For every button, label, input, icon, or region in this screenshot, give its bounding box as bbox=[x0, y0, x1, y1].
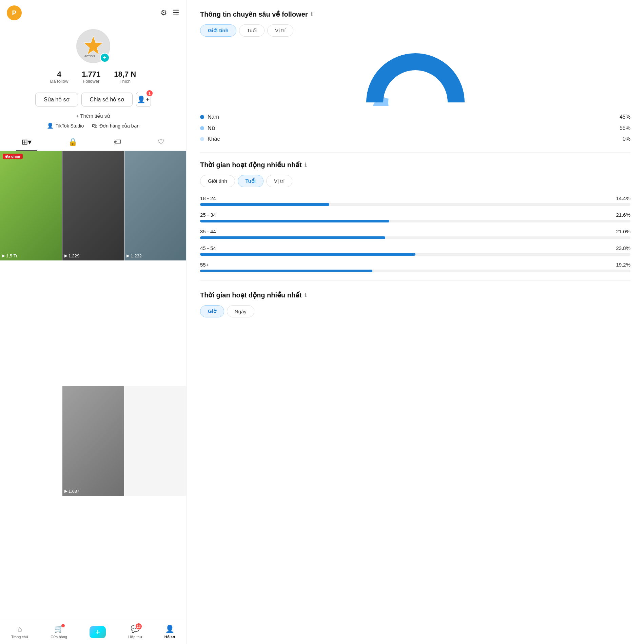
tab-grid[interactable]: ⊞▾ bbox=[16, 134, 37, 151]
gender-row-other: Khác 0% bbox=[200, 136, 630, 142]
stats-row: 4 Đã follow 1.771 Follower 18,7 N Thích bbox=[50, 70, 136, 84]
bar-row-55plus: 55+ 19.2% bbox=[200, 262, 630, 272]
female-dot bbox=[200, 126, 204, 130]
create-icon[interactable]: + bbox=[90, 626, 106, 638]
home-icon: ⌂ bbox=[17, 625, 22, 633]
follower-tabs: Giới tính Tuổi Vị trí bbox=[200, 24, 630, 37]
tiktok-studio-link[interactable]: 👤 TikTok Studio bbox=[47, 122, 84, 129]
tab-private[interactable]: 🔒 bbox=[63, 134, 83, 151]
stat-likes: 18,7 N Thích bbox=[114, 70, 136, 84]
video-thumb[interactable]: ▶ 1.229 bbox=[62, 151, 124, 260]
menu-icon[interactable]: ☰ bbox=[173, 8, 179, 17]
video-thumb[interactable]: ▶ 1.232 bbox=[124, 151, 186, 260]
share-profile-button[interactable]: Chia sẻ hồ sơ bbox=[81, 93, 133, 106]
view-count: ▶ 1,5 Tr bbox=[2, 253, 17, 258]
activity-tabs: Giới tính Tuổi Vị trí bbox=[200, 175, 630, 187]
activity-section-title: Thời gian hoạt động nhiều nhất ℹ bbox=[200, 161, 630, 169]
orders-icon: 🛍 bbox=[92, 123, 97, 129]
time-info-icon[interactable]: ℹ bbox=[305, 292, 307, 298]
gender-row-male: Nam 45% bbox=[200, 114, 630, 120]
tab-age[interactable]: Tuổi bbox=[239, 24, 265, 37]
gender-row-female: Nữ 55% bbox=[200, 125, 630, 131]
avatar: P bbox=[7, 5, 22, 20]
studio-icon: 👤 bbox=[47, 122, 54, 129]
bar-row-35-44: 35 - 44 21.0% bbox=[200, 229, 630, 239]
stat-following-label: Đã follow bbox=[50, 79, 68, 84]
nav-shop[interactable]: 🛒 Cửa hàng bbox=[51, 625, 67, 639]
view-count: ▶ 1.687 bbox=[64, 489, 80, 494]
add-bio-button[interactable]: + Thêm tiểu sử bbox=[76, 113, 111, 119]
stat-likes-num: 18,7 N bbox=[114, 70, 136, 79]
nav-home[interactable]: ⌂ Trang chủ bbox=[11, 625, 28, 639]
time-tabs: Giờ Ngày bbox=[200, 305, 630, 317]
action-buttons: Sửa hồ sơ Chia sẻ hồ sơ 👤+ 1 bbox=[35, 92, 151, 107]
donut-chart-svg bbox=[361, 45, 470, 106]
bar-track bbox=[200, 220, 630, 222]
time-section-title: Thời gian hoạt động nhiều nhất ℹ bbox=[200, 291, 630, 299]
svg-text:ACTION: ACTION bbox=[84, 55, 95, 58]
add-follow-icon[interactable]: + bbox=[100, 53, 110, 62]
play-icon: ▶ bbox=[64, 253, 67, 258]
top-bar-left: P bbox=[7, 5, 22, 20]
stat-followers-label: Follower bbox=[83, 79, 99, 84]
nav-shop-label: Cửa hàng bbox=[51, 635, 67, 639]
stat-following: 4 Đã follow bbox=[50, 70, 68, 84]
svg-point-3 bbox=[388, 75, 443, 106]
top-bar-right: ⚙ ☰ bbox=[160, 8, 179, 17]
donut-chart bbox=[200, 45, 630, 106]
activity-info-icon[interactable]: ℹ bbox=[305, 162, 307, 168]
profile-icon: 👤 bbox=[165, 625, 174, 633]
tab-activity-age[interactable]: Tuổi bbox=[238, 175, 264, 187]
bar-row-25-34: 25 - 34 21.6% bbox=[200, 212, 630, 222]
shop-badge bbox=[61, 624, 65, 627]
tab-location[interactable]: Vị trí bbox=[267, 24, 294, 37]
bar-track bbox=[200, 203, 630, 206]
edit-profile-button[interactable]: Sửa hồ sơ bbox=[35, 93, 78, 106]
play-icon: ▶ bbox=[126, 253, 130, 258]
bottom-nav: ⌂ Trang chủ 🛒 Cửa hàng + 💬 13 Hộp thư 👤 … bbox=[0, 621, 186, 644]
tab-liked[interactable]: ♡ bbox=[152, 134, 170, 151]
tab-activity-location[interactable]: Vị trí bbox=[266, 175, 293, 187]
bar-track bbox=[200, 270, 630, 272]
view-count: ▶ 1.232 bbox=[126, 253, 142, 258]
other-dot bbox=[200, 137, 204, 141]
video-thumb[interactable]: ▶ 1.687 bbox=[62, 386, 124, 496]
follower-info-icon[interactable]: ℹ bbox=[311, 11, 313, 18]
inbox-badge: 13 bbox=[136, 623, 142, 629]
bar-track bbox=[200, 253, 630, 256]
links-row: 👤 TikTok Studio 🛍 Đơn hàng của bạn bbox=[47, 122, 140, 129]
video-thumb[interactable]: Đã ghim ▶ 1,5 Tr bbox=[0, 151, 62, 260]
nav-home-label: Trang chủ bbox=[11, 635, 28, 639]
bar-fill bbox=[200, 220, 389, 222]
content-tab-bar: ⊞▾ 🔒 🏷 ♡ bbox=[0, 134, 186, 151]
gender-stats: Nam 45% Nữ 55% Khác 0% bbox=[200, 114, 630, 142]
bar-fill bbox=[200, 203, 329, 206]
bar-fill bbox=[200, 270, 372, 272]
nav-inbox[interactable]: 💬 13 Hộp thư bbox=[128, 625, 142, 639]
stat-likes-label: Thích bbox=[120, 79, 131, 84]
tab-tagged[interactable]: 🏷 bbox=[108, 134, 126, 151]
pinned-badge: Đã ghim bbox=[3, 154, 23, 159]
divider bbox=[200, 152, 630, 153]
bar-fill bbox=[200, 253, 415, 256]
left-panel: P ⚙ ☰ ACTION + 4 Đã follow bbox=[0, 0, 187, 644]
stat-followers: 1.771 Follower bbox=[82, 70, 100, 84]
orders-link[interactable]: 🛍 Đơn hàng của bạn bbox=[92, 122, 139, 129]
tab-activity-gender[interactable]: Giới tính bbox=[200, 175, 235, 187]
settings-icon[interactable]: ⚙ bbox=[160, 8, 167, 17]
follower-section-title: Thông tin chuyên sâu về follower ℹ bbox=[200, 10, 630, 18]
nav-profile[interactable]: 👤 Hồ sơ bbox=[164, 625, 175, 639]
male-dot bbox=[200, 115, 204, 119]
play-icon: ▶ bbox=[2, 253, 5, 258]
view-count: ▶ 1.229 bbox=[64, 253, 80, 258]
right-panel: Thông tin chuyên sâu về follower ℹ Giới … bbox=[187, 0, 644, 644]
profile-avatar-wrap: ACTION + bbox=[76, 29, 110, 63]
tab-day[interactable]: Ngày bbox=[227, 305, 254, 317]
tab-gender[interactable]: Giới tính bbox=[200, 24, 236, 37]
add-friends-button[interactable]: 👤+ 1 bbox=[136, 92, 151, 107]
nav-inbox-label: Hộp thư bbox=[128, 635, 142, 639]
follower-section: Thông tin chuyên sâu về follower ℹ Giới … bbox=[200, 10, 630, 142]
nav-plus[interactable]: + bbox=[90, 626, 106, 638]
tab-hour[interactable]: Giờ bbox=[200, 305, 224, 317]
age-bars: 18 - 24 14.4% 25 - 34 21.6% bbox=[200, 195, 630, 272]
